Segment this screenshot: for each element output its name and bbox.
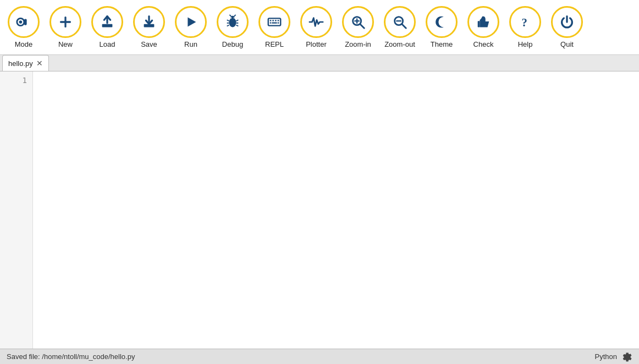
toolbar: Mode New Load <box>0 0 639 55</box>
svg-rect-26 <box>270 22 272 23</box>
zoom-out-icon <box>384 6 416 38</box>
help-icon: ? <box>509 6 541 38</box>
load-button[interactable]: Load <box>87 4 128 51</box>
zoom-in-button[interactable]: Zoom-in <box>338 4 378 51</box>
svg-point-20 <box>234 17 235 18</box>
quit-button[interactable]: Quit <box>547 4 587 51</box>
file-tab[interactable]: hello.py ✕ <box>2 55 49 71</box>
repl-button[interactable]: REPL <box>254 4 295 51</box>
svg-rect-27 <box>278 22 279 23</box>
zoom-in-label: Zoom-in <box>345 40 371 48</box>
svg-text:?: ? <box>521 16 527 29</box>
status-message: Saved file: /home/ntoll/mu_code/hello.py <box>7 352 135 361</box>
svg-line-15 <box>227 25 229 26</box>
mode-button[interactable]: Mode <box>3 4 44 51</box>
mode-icon <box>8 6 40 38</box>
svg-rect-24 <box>275 20 277 21</box>
svg-rect-36 <box>478 21 480 27</box>
theme-label: Theme <box>431 40 453 48</box>
new-button[interactable]: New <box>45 4 86 51</box>
gear-icon <box>621 351 632 362</box>
check-icon <box>467 6 499 38</box>
check-button[interactable]: Check <box>463 4 504 51</box>
zoom-in-icon <box>342 6 374 38</box>
run-label: Run <box>184 40 197 48</box>
svg-line-16 <box>236 20 239 21</box>
settings-gear-button[interactable] <box>621 351 632 362</box>
theme-icon <box>426 6 458 38</box>
svg-rect-6 <box>102 24 113 27</box>
svg-rect-28 <box>272 22 277 23</box>
quit-icon <box>551 6 583 38</box>
debug-button[interactable]: Debug <box>212 4 253 51</box>
line-numbers: 1 <box>0 71 33 349</box>
editor-content[interactable] <box>33 71 639 349</box>
svg-point-1 <box>19 20 23 24</box>
svg-rect-21 <box>268 18 281 25</box>
status-bar: Saved file: /home/ntoll/mu_code/hello.py… <box>0 349 639 364</box>
load-icon <box>91 6 123 38</box>
plotter-label: Plotter <box>306 40 327 48</box>
svg-line-13 <box>227 20 229 21</box>
help-label: Help <box>518 40 533 48</box>
run-button[interactable]: Run <box>170 4 211 51</box>
plotter-button[interactable]: Plotter <box>296 4 337 51</box>
svg-line-34 <box>402 24 406 29</box>
svg-line-11 <box>229 15 231 16</box>
svg-marker-8 <box>188 18 196 27</box>
help-button[interactable]: ? Help <box>505 4 546 51</box>
save-button[interactable]: Save <box>129 4 169 51</box>
svg-point-19 <box>230 17 232 18</box>
line-number-1: 1 <box>23 76 27 85</box>
tab-filename: hello.py <box>8 59 33 68</box>
debug-label: Debug <box>222 40 243 48</box>
save-icon <box>133 6 165 38</box>
svg-line-18 <box>236 25 239 26</box>
tab-close-button[interactable]: ✕ <box>36 59 43 67</box>
mode-label: Mode <box>15 40 33 48</box>
svg-line-30 <box>360 24 365 29</box>
zoom-out-label: Zoom-out <box>384 40 415 48</box>
load-label: Load <box>100 40 115 48</box>
svg-line-12 <box>234 15 236 16</box>
new-label: New <box>58 40 73 48</box>
svg-rect-2 <box>24 19 27 25</box>
svg-rect-22 <box>270 20 272 21</box>
svg-rect-23 <box>272 20 274 21</box>
save-label: Save <box>141 40 157 48</box>
status-right: Python <box>595 351 632 362</box>
editor-area: 1 <box>0 71 639 349</box>
svg-rect-25 <box>278 20 279 21</box>
repl-label: REPL <box>265 40 284 48</box>
quit-label: Quit <box>560 40 574 48</box>
debug-icon <box>217 6 249 38</box>
zoom-out-button[interactable]: Zoom-out <box>379 4 420 51</box>
theme-button[interactable]: Theme <box>421 4 462 51</box>
plotter-icon <box>300 6 332 38</box>
check-label: Check <box>473 40 494 48</box>
run-icon <box>175 6 207 38</box>
new-icon <box>49 6 81 38</box>
tab-bar: hello.py ✕ <box>0 55 639 71</box>
language-label: Python <box>595 352 617 361</box>
repl-icon <box>258 6 290 38</box>
